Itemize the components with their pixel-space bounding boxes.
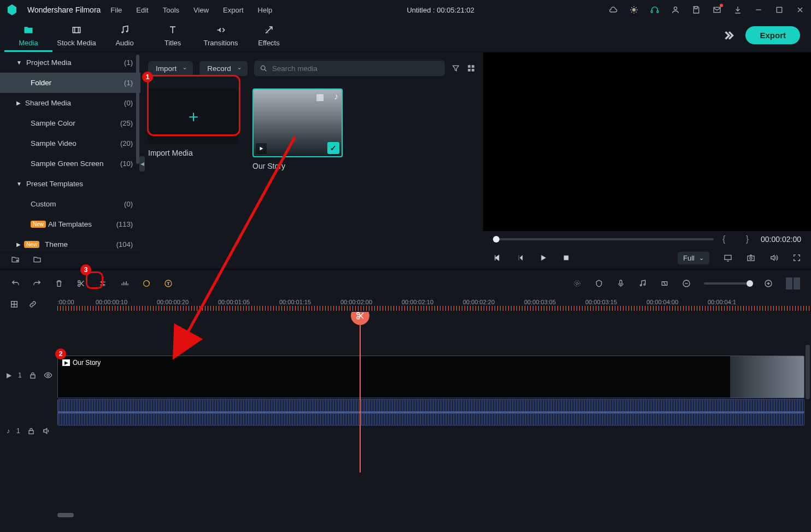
tab-titles[interactable]: Titles <box>149 22 197 52</box>
eq-icon[interactable] <box>120 279 129 288</box>
fullscreen-icon[interactable] <box>792 253 801 262</box>
folder-icon[interactable] <box>33 255 42 264</box>
mic-icon[interactable] <box>616 279 625 288</box>
lock-icon[interactable] <box>28 371 37 380</box>
stop-icon[interactable] <box>562 253 571 262</box>
media-clip-card[interactable]: ▦ ♪ ✓ Our Story <box>252 88 343 157</box>
timeline-view-toggle[interactable] <box>786 277 800 289</box>
prev-frame-icon[interactable] <box>493 253 502 262</box>
audio-track-icon: ♪ <box>7 427 10 435</box>
video-track-icon: ▶ <box>7 371 11 379</box>
svg-rect-14 <box>564 256 568 260</box>
sidebar-item-all-templates[interactable]: NewAll Templates(113) <box>0 214 140 234</box>
snapshot-icon[interactable] <box>747 253 755 262</box>
playhead-split-icon[interactable] <box>351 312 369 325</box>
adjust-icon[interactable] <box>98 279 107 288</box>
sidebar-item-project-media[interactable]: ▼Project Media(1) <box>0 52 140 73</box>
menu-edit[interactable]: Edit <box>136 6 148 14</box>
svg-point-24 <box>574 281 580 287</box>
headphones-icon[interactable] <box>650 5 659 14</box>
menu-file[interactable]: File <box>110 6 122 14</box>
lock-icon-2[interactable] <box>27 427 36 435</box>
sidebar-item-sample-color[interactable]: Sample Color(25) <box>0 113 140 133</box>
sidebar-scrollbar[interactable] <box>136 55 139 164</box>
link-icon[interactable] <box>28 300 37 309</box>
menu-tools[interactable]: Tools <box>163 6 179 14</box>
zoom-out-icon[interactable] <box>682 279 691 288</box>
tab-stock-media[interactable]: Stock Media <box>52 22 101 52</box>
mix-icon[interactable] <box>573 279 581 288</box>
tab-media[interactable]: Media <box>4 22 52 52</box>
music-icon[interactable] <box>638 279 647 288</box>
tab-effects[interactable]: Effects <box>245 22 293 52</box>
play-button-icon[interactable] <box>539 253 548 262</box>
seek-slider[interactable] <box>493 238 714 240</box>
tab-audio[interactable]: Audio <box>101 22 149 52</box>
maximize-icon[interactable] <box>775 5 784 14</box>
collapse-sidebar-handle[interactable]: ◀ <box>139 156 145 172</box>
in-out-braces[interactable]: { } <box>722 234 752 244</box>
svg-point-5 <box>121 32 123 33</box>
speaker-icon[interactable] <box>42 427 51 435</box>
playhead[interactable] <box>360 312 361 472</box>
tab-transitions[interactable]: Transitions <box>197 22 245 52</box>
sidebar-item-sample-green[interactable]: Sample Green Screen(10) <box>0 153 140 174</box>
new-bin-icon[interactable] <box>11 255 20 264</box>
sidebar-item-shared-media[interactable]: ▶Shared Media(0) <box>0 93 140 113</box>
filter-icon[interactable] <box>451 64 460 73</box>
trash-icon[interactable] <box>55 279 63 288</box>
download-icon[interactable] <box>733 5 742 14</box>
record-dropdown[interactable]: Record <box>199 61 248 76</box>
document-title: Untitled : 00:05:21:02 <box>282 6 599 14</box>
audio-clip[interactable] <box>57 399 804 425</box>
zoom-slider[interactable] <box>704 282 751 285</box>
step-back-icon[interactable] <box>516 253 525 262</box>
video-clip[interactable]: ▶Our Story <box>57 356 804 398</box>
profile-icon[interactable] <box>671 5 680 14</box>
timeline-ruler[interactable]: :00:00 00:00:00:10 00:00:00:20 00:00:01:… <box>0 297 811 312</box>
sidebar-item-preset[interactable]: ▼Preset Templates <box>0 174 140 194</box>
redo-icon[interactable] <box>33 279 42 288</box>
import-media-card[interactable]: ＋ Import Media <box>148 88 238 157</box>
track-header-icon[interactable] <box>10 300 19 309</box>
media-search[interactable] <box>254 61 445 76</box>
speed-icon[interactable]: T <box>164 279 173 288</box>
color-icon[interactable] <box>142 279 151 288</box>
close-icon[interactable] <box>796 5 804 14</box>
preview-display <box>483 52 811 231</box>
menu-view[interactable]: View <box>193 6 209 14</box>
display-icon[interactable] <box>724 253 732 262</box>
titlebar: Wondershare Filmora File Edit Tools View… <box>0 0 811 20</box>
eye-icon[interactable] <box>44 371 52 380</box>
marker-icon[interactable] <box>595 279 603 288</box>
collapse-tabs-icon[interactable] <box>721 29 736 43</box>
save-icon[interactable] <box>692 5 701 14</box>
export-button[interactable]: Export <box>745 26 800 44</box>
sidebar-item-custom[interactable]: Custom(0) <box>0 194 140 214</box>
sidebar-item-sample-video[interactable]: Sample Video(20) <box>0 133 140 153</box>
quality-select[interactable]: Full⌄ <box>678 252 709 264</box>
scissors-icon[interactable] <box>77 279 85 288</box>
volume-icon[interactable] <box>769 253 778 262</box>
svg-point-27 <box>644 284 645 286</box>
svg-point-1 <box>674 7 677 10</box>
minimize-icon[interactable] <box>754 5 763 14</box>
video-track-header[interactable]: ▶1 <box>0 371 57 380</box>
undo-icon[interactable] <box>11 279 20 288</box>
mail-icon[interactable] <box>713 5 721 14</box>
menu-export[interactable]: Export <box>223 6 244 14</box>
zoom-in-icon[interactable] <box>764 279 773 288</box>
timeline-scrollbar-horizontal[interactable] <box>57 513 74 517</box>
menu-help[interactable]: Help <box>258 6 273 14</box>
crop-icon[interactable] <box>660 279 669 288</box>
brightness-icon[interactable] <box>630 5 638 14</box>
audio-track-header[interactable]: ♪1 <box>0 427 57 435</box>
grid-view-icon[interactable] <box>467 64 475 73</box>
cloud-icon[interactable] <box>609 5 618 14</box>
sidebar-item-folder[interactable]: Folder(1) <box>0 73 140 93</box>
search-input[interactable] <box>272 64 439 73</box>
sidebar: ▼Project Media(1) Folder(1) ▶Shared Medi… <box>0 52 140 268</box>
timeline-scrollbar-vertical[interactable] <box>806 345 810 399</box>
svg-rect-13 <box>472 69 474 71</box>
import-dropdown[interactable]: Import <box>148 61 193 76</box>
